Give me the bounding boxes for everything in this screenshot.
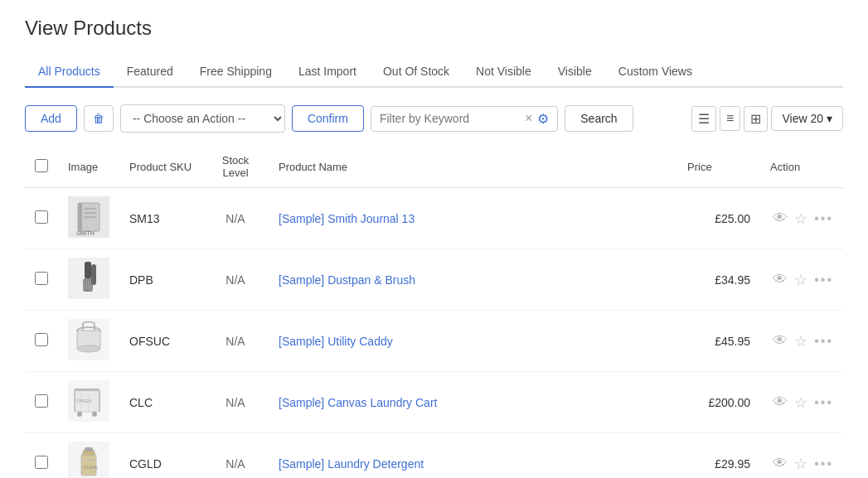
header-image: Image (58, 146, 119, 188)
row-sku: SM13 (119, 188, 202, 249)
row-name: [Sample] Canvas Laundry Cart (269, 372, 677, 433)
header-sku: Product SKU (119, 146, 202, 188)
row-name: [Sample] Smith Journal 13 (269, 188, 677, 249)
row-sku: OFSUC (119, 311, 202, 372)
filter-clear-icon[interactable]: × (525, 111, 532, 126)
search-button[interactable]: Search (565, 105, 633, 132)
visibility-icon[interactable]: 👁 (773, 332, 788, 350)
add-button[interactable]: Add (25, 105, 77, 132)
row-stock: N/A (202, 433, 269, 479)
row-checkbox-4[interactable] (35, 394, 48, 408)
header-name: Product Name (269, 146, 677, 188)
row-actions-cell: 👁 ☆ ••• (760, 372, 843, 433)
filter-input[interactable] (380, 112, 525, 125)
more-actions-icon[interactable]: ••• (814, 273, 833, 287)
svg-point-26 (92, 412, 97, 417)
star-icon[interactable]: ☆ (794, 394, 807, 412)
product-name-link[interactable]: [Sample] Laundry Detergent (279, 457, 424, 471)
visibility-icon[interactable]: 👁 (773, 455, 788, 472)
more-actions-icon[interactable]: ••• (814, 211, 833, 226)
row-name: [Sample] Laundry Detergent (269, 433, 677, 479)
visibility-icon[interactable]: 👁 (773, 394, 788, 411)
view-options: ☰ ≡ ⊞ View 20 ▾ (691, 106, 843, 132)
row-price: £29.95 (677, 433, 760, 479)
tab-out-of-stock[interactable]: Out Of Stock (370, 56, 463, 88)
header-action: Action (760, 146, 843, 188)
row-checkbox-3[interactable] (35, 333, 48, 346)
row-checkbox-5[interactable] (35, 456, 48, 469)
star-icon[interactable]: ☆ (794, 271, 807, 289)
tab-last-import[interactable]: Last Import (285, 56, 370, 88)
star-icon[interactable]: ☆ (794, 455, 807, 473)
header-stock: Stock Level (202, 146, 269, 188)
confirm-button[interactable]: Confirm (292, 105, 364, 132)
tabs-bar: All Products Featured Free Shipping Last… (25, 56, 843, 88)
row-image-cell: CARGO (58, 372, 119, 433)
row-stock: N/A (202, 372, 269, 433)
tab-all-products[interactable]: All Products (25, 56, 114, 88)
table-row: DPB N/A [Sample] Dustpan & Brush £34.95 … (25, 249, 843, 311)
grid-icon: ⊞ (750, 112, 761, 126)
more-actions-icon[interactable]: ••• (814, 395, 833, 410)
chevron-down-icon: ▾ (827, 112, 832, 125)
delete-button[interactable]: 🗑 (84, 105, 114, 132)
svg-point-25 (77, 412, 82, 417)
header-price: Price (677, 146, 760, 188)
star-icon[interactable]: ☆ (794, 210, 807, 228)
row-checkbox-cell (25, 188, 58, 249)
product-image: SMITH (68, 196, 109, 240)
tab-not-visible[interactable]: Not Visible (463, 56, 545, 88)
tab-visible[interactable]: Visible (545, 56, 605, 88)
header-checkbox-cell (25, 146, 58, 188)
row-checkbox-2[interactable] (35, 272, 48, 285)
product-name-link[interactable]: [Sample] Smith Journal 13 (279, 212, 415, 225)
more-actions-icon[interactable]: ••• (814, 334, 833, 349)
table-row: CARGO CLC N/A [Sample] Canvas Laundry Ca… (25, 372, 843, 433)
svg-rect-34 (85, 447, 93, 451)
lines-full-icon: ☰ (698, 112, 710, 126)
svg-text:CARGO: CARGO (76, 398, 91, 403)
row-actions-cell: 👁 ☆ ••• (760, 188, 843, 249)
svg-point-18 (77, 345, 100, 352)
row-image-cell (58, 311, 119, 372)
product-name-link[interactable]: [Sample] Canvas Laundry Cart (279, 396, 437, 409)
visibility-icon[interactable]: 👁 (773, 271, 788, 288)
product-name-link[interactable]: [Sample] Utility Caddy (279, 335, 393, 348)
tab-custom-views[interactable]: Custom Views (605, 56, 706, 88)
view-count-button[interactable]: View 20 ▾ (771, 106, 843, 131)
tab-free-shipping[interactable]: Free Shipping (187, 56, 285, 88)
svg-rect-27 (75, 389, 99, 391)
row-checkbox-cell (25, 311, 58, 372)
row-sku: CGLD (119, 433, 202, 479)
product-image (68, 319, 109, 363)
row-price: £45.95 (677, 311, 760, 372)
more-actions-icon[interactable]: ••• (814, 456, 833, 471)
filter-container: × ⚙ (371, 106, 558, 132)
table-row: OFSUC N/A [Sample] Utility Caddy £45.95 … (25, 311, 843, 372)
row-price: £25.00 (677, 188, 760, 249)
row-checkbox-1[interactable] (35, 210, 48, 224)
svg-text:SMITH: SMITH (76, 230, 95, 236)
row-sku: CLC (119, 372, 202, 433)
action-select[interactable]: -- Choose an Action --Delete SelectedSet… (120, 104, 285, 133)
row-stock: N/A (202, 188, 269, 249)
row-stock: N/A (202, 249, 269, 311)
product-name-link[interactable]: [Sample] Dustpan & Brush (279, 273, 415, 287)
row-actions-cell: 👁 ☆ ••• (760, 311, 843, 372)
view-list-full-button[interactable]: ☰ (691, 106, 716, 132)
view-list-compact-button[interactable]: ≡ (720, 106, 740, 131)
view-grid-button[interactable]: ⊞ (744, 106, 768, 132)
view-count-label: View 20 (782, 112, 823, 125)
select-all-checkbox[interactable] (35, 159, 48, 172)
row-actions-cell: 👁 ☆ ••• (760, 249, 843, 311)
tab-featured[interactable]: Featured (114, 56, 187, 88)
row-checkbox-cell (25, 249, 58, 311)
row-image-cell: SMITH (58, 188, 119, 249)
filter-sliders-icon[interactable]: ⚙ (537, 111, 549, 127)
product-image: CARGO (68, 380, 109, 424)
star-icon[interactable]: ☆ (794, 332, 807, 350)
row-name: [Sample] Dustpan & Brush (269, 249, 677, 311)
row-image-cell (58, 249, 119, 311)
svg-rect-2 (78, 203, 82, 231)
visibility-icon[interactable]: 👁 (773, 210, 788, 227)
